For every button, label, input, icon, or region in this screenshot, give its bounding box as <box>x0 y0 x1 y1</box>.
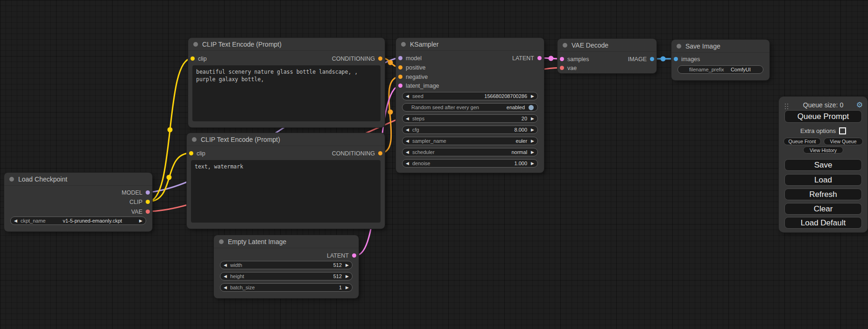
collapse-dot-icon[interactable] <box>219 239 224 244</box>
clear-button[interactable]: Clear <box>784 203 862 215</box>
node-title-bar[interactable]: Load Checkpoint <box>4 173 152 186</box>
increment-arrow-icon[interactable]: ▶ <box>531 139 534 143</box>
output-slot-clip[interactable]: CLIP <box>129 197 152 206</box>
input-slot-samples[interactable]: samples <box>557 55 589 63</box>
output-slot-latent[interactable]: LATENT <box>327 251 359 260</box>
collapse-dot-icon[interactable] <box>192 137 197 142</box>
widget-filename-prefix[interactable]: filename_prefix ComfyUI <box>677 65 763 74</box>
collapse-dot-icon[interactable] <box>563 43 567 48</box>
output-slot-conditioning[interactable]: CONDITIONING <box>332 149 385 158</box>
increment-arrow-icon[interactable]: ▶ <box>531 150 534 154</box>
node-graph-canvas[interactable]: Load Checkpoint MODEL CLIP VAE ◀ ckpt_na… <box>0 0 868 329</box>
model-port-icon[interactable] <box>398 56 402 60</box>
output-slot-vae[interactable]: VAE <box>131 207 152 216</box>
conditioning-port-icon[interactable] <box>398 75 402 79</box>
load-default-button[interactable]: Load Default <box>784 217 862 229</box>
decrement-arrow-icon[interactable]: ◀ <box>224 263 227 267</box>
clip-port-icon[interactable] <box>146 200 150 204</box>
image-port-icon[interactable] <box>650 57 654 61</box>
node-vae-decode[interactable]: VAE Decode samples vae IMAGE <box>557 39 656 73</box>
latent-port-icon[interactable] <box>537 56 542 60</box>
vae-port-icon[interactable] <box>560 66 564 70</box>
input-slot-clip[interactable]: clip <box>188 54 207 63</box>
latent-port-icon[interactable] <box>398 84 402 88</box>
collapse-dot-icon[interactable] <box>401 42 406 47</box>
increment-arrow-icon[interactable]: ▶ <box>346 274 349 279</box>
node-title-bar[interactable]: KSampler <box>396 38 544 51</box>
widget-batch-size[interactable]: ◀ batch_size 1 ▶ <box>220 283 353 292</box>
widget-width[interactable]: ◀ width 512 ▶ <box>220 261 353 269</box>
view-queue-button[interactable]: View Queue <box>824 138 863 145</box>
node-clip-text-encode-negative[interactable]: CLIP Text Encode (Prompt) clip CONDITION… <box>187 133 385 229</box>
widget-scheduler[interactable]: ◀ scheduler normal ▶ <box>402 148 538 156</box>
widget-seed[interactable]: ◀ seed 156680208700286 ▶ <box>402 92 538 100</box>
clip-port-icon[interactable] <box>189 151 193 155</box>
node-empty-latent-image[interactable]: Empty Latent Image LATENT ◀ width 512 ▶ … <box>214 235 359 298</box>
widget-denoise[interactable]: ◀ denoise 1.000 ▶ <box>402 159 538 168</box>
input-slot-latent-image[interactable]: latent_image <box>396 81 439 90</box>
node-title-bar[interactable]: Empty Latent Image <box>214 235 359 248</box>
collapse-dot-icon[interactable] <box>193 42 198 47</box>
clip-port-icon[interactable] <box>191 56 195 61</box>
output-slot-model[interactable]: MODEL <box>122 188 152 197</box>
input-slot-positive[interactable]: positive <box>396 63 425 72</box>
node-title-bar[interactable]: CLIP Text Encode (Prompt) <box>187 133 385 146</box>
decrement-arrow-icon[interactable]: ◀ <box>406 117 409 121</box>
node-clip-text-encode-positive[interactable]: CLIP Text Encode (Prompt) clip CONDITION… <box>188 38 385 127</box>
increment-arrow-icon[interactable]: ▶ <box>139 219 142 223</box>
collapse-dot-icon[interactable] <box>9 177 14 182</box>
queue-front-button[interactable]: Queue Front <box>783 138 821 145</box>
output-slot-conditioning[interactable]: CONDITIONING <box>332 54 385 63</box>
extra-options-checkbox[interactable] <box>839 127 846 134</box>
prompt-text-input[interactable]: text, watermark <box>191 160 381 223</box>
increment-arrow-icon[interactable]: ▶ <box>346 263 349 267</box>
increment-arrow-icon[interactable]: ▶ <box>531 128 534 132</box>
prompt-text-input[interactable]: beautiful scenery nature glass bottle la… <box>192 65 381 121</box>
increment-arrow-icon[interactable]: ▶ <box>531 161 534 166</box>
collapse-dot-icon[interactable] <box>677 44 681 49</box>
widget-steps[interactable]: ◀ steps 20 ▶ <box>402 114 538 123</box>
input-slot-clip[interactable]: clip <box>187 149 205 158</box>
widget-ckpt-name[interactable]: ◀ ckpt_name v1-5-pruned-emaonly.ckpt ▶ <box>10 217 146 225</box>
node-title-bar[interactable]: VAE Decode <box>557 39 656 52</box>
decrement-arrow-icon[interactable]: ◀ <box>406 139 409 143</box>
vae-port-icon[interactable] <box>146 210 150 214</box>
input-slot-vae[interactable]: vae <box>557 63 577 72</box>
node-load-checkpoint[interactable]: Load Checkpoint MODEL CLIP VAE ◀ ckpt_na… <box>4 173 152 231</box>
node-title-bar[interactable]: Save Image <box>671 40 769 53</box>
increment-arrow-icon[interactable]: ▶ <box>531 117 534 121</box>
conditioning-port-icon[interactable] <box>378 56 382 61</box>
refresh-button[interactable]: Refresh <box>784 189 862 200</box>
input-slot-model[interactable]: model <box>396 54 422 63</box>
latent-port-icon[interactable] <box>352 253 356 258</box>
node-save-image[interactable]: Save Image images filename_prefix ComfyU… <box>671 40 769 80</box>
increment-arrow-icon[interactable]: ▶ <box>531 94 534 98</box>
view-history-button[interactable]: View History <box>803 147 843 154</box>
decrement-arrow-icon[interactable]: ◀ <box>224 274 227 279</box>
widget-sampler-name[interactable]: ◀ sampler_name euler ▶ <box>402 137 538 145</box>
settings-gear-icon[interactable]: ⚙ <box>856 101 863 109</box>
toggle-knob-icon[interactable] <box>529 105 534 110</box>
output-slot-image[interactable]: IMAGE <box>628 55 656 63</box>
decrement-arrow-icon[interactable]: ◀ <box>224 286 227 290</box>
decrement-arrow-icon[interactable]: ◀ <box>406 150 409 154</box>
node-title-bar[interactable]: CLIP Text Encode (Prompt) <box>188 38 385 51</box>
conditioning-port-icon[interactable] <box>398 65 402 70</box>
widget-random-seed-toggle[interactable]: Random seed after every gen enabled <box>402 103 538 112</box>
input-slot-negative[interactable]: negative <box>396 72 428 81</box>
increment-arrow-icon[interactable]: ▶ <box>346 286 349 290</box>
widget-cfg[interactable]: ◀ cfg 8.000 ▶ <box>402 126 538 134</box>
queue-prompt-button[interactable]: Queue Prompt <box>784 110 862 123</box>
decrement-arrow-icon[interactable]: ◀ <box>14 219 17 223</box>
decrement-arrow-icon[interactable]: ◀ <box>406 128 409 132</box>
latent-port-icon[interactable] <box>560 57 564 61</box>
model-port-icon[interactable] <box>146 190 150 195</box>
decrement-arrow-icon[interactable]: ◀ <box>406 94 409 98</box>
save-button[interactable]: Save <box>784 159 862 171</box>
output-slot-latent[interactable]: LATENT <box>512 54 544 63</box>
conditioning-port-icon[interactable] <box>378 151 382 155</box>
widget-height[interactable]: ◀ height 512 ▶ <box>220 272 353 280</box>
image-port-icon[interactable] <box>674 57 678 61</box>
node-ksampler[interactable]: KSampler model positive negative latent_… <box>396 38 544 173</box>
load-button[interactable]: Load <box>784 174 862 186</box>
